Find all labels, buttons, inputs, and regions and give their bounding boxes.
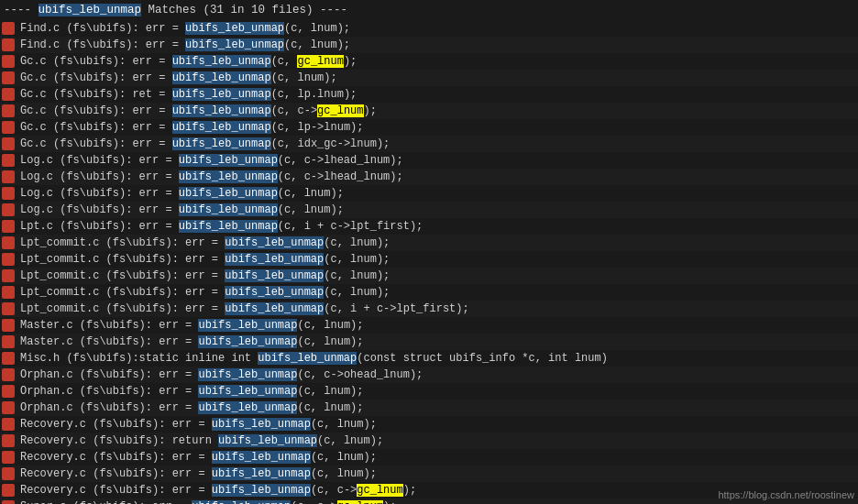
error-icon: [2, 104, 15, 117]
error-icon: [2, 500, 15, 504]
error-icon: [2, 269, 15, 282]
table-row: Gc.c (fs\ubifs): err = ubifs_leb_unmap(c…: [0, 136, 858, 152]
gutter-cell: [0, 400, 16, 416]
error-icon: [2, 170, 15, 183]
search-match: ubifs_leb_unmap: [258, 352, 357, 365]
gutter-cell: [0, 284, 16, 301]
gutter-cell: [0, 235, 16, 251]
search-match: ubifs_leb_unmap: [198, 385, 297, 398]
gutter-cell: [0, 136, 16, 152]
error-icon: [2, 352, 15, 365]
error-icon: [2, 203, 15, 216]
line-text: Orphan.c (fs\ubifs): err = ubifs_leb_unm…: [16, 367, 423, 383]
gutter-cell: [0, 334, 16, 350]
error-icon: [2, 88, 15, 101]
search-match: ubifs_leb_unmap: [198, 319, 297, 332]
error-icon: [2, 302, 15, 315]
gutter-cell: [0, 350, 16, 367]
error-icon: [2, 220, 15, 233]
line-text: Find.c (fs\ubifs): err = ubifs_leb_unmap…: [16, 20, 350, 37]
code-container: ---- ubifs_leb_unmap Matches (31 in 10 f…: [0, 0, 858, 504]
error-icon: [2, 434, 15, 447]
table-row: Misc.h (fs\ubifs):static inline int ubif…: [0, 350, 858, 367]
line-text: Misc.h (fs\ubifs):static inline int ubif…: [16, 350, 608, 367]
error-icon: [2, 154, 15, 167]
search-match: ubifs_leb_unmap: [225, 236, 324, 249]
line-text: Gc.c (fs\ubifs): err = ubifs_leb_unmap(c…: [16, 136, 390, 152]
line-text: Recovery.c (fs\ubifs): return ubifs_leb_…: [16, 433, 383, 449]
line-text: Recovery.c (fs\ubifs): err = ubifs_leb_u…: [16, 482, 416, 499]
gutter-cell: [0, 86, 16, 103]
line-text: Lpt.c (fs\ubifs): err = ubifs_leb_unmap(…: [16, 218, 423, 235]
gutter-cell: [0, 268, 16, 284]
gutter-cell: [0, 103, 16, 119]
gutter-cell: [0, 185, 16, 202]
table-row: Gc.c (fs\ubifs): err = ubifs_leb_unmap(c…: [0, 70, 858, 86]
gutter-cell: [0, 301, 16, 317]
search-match: ubifs_leb_unmap: [172, 88, 271, 101]
error-icon: [2, 418, 15, 431]
gc-lnum-highlight: gc_lnum: [337, 500, 383, 504]
line-text: Gc.c (fs\ubifs): err = ubifs_leb_unmap(c…: [16, 70, 337, 86]
line-text: Gc.c (fs\ubifs): err = ubifs_leb_unmap(c…: [16, 53, 357, 70]
search-match: ubifs_leb_unmap: [172, 55, 271, 68]
search-match: ubifs_leb_unmap: [172, 121, 271, 134]
table-row: Orphan.c (fs\ubifs): err = ubifs_leb_unm…: [0, 383, 858, 400]
search-match: ubifs_leb_unmap: [179, 154, 278, 167]
gutter-cell: [0, 251, 16, 268]
search-match: ubifs_leb_unmap: [172, 137, 271, 150]
gc-lnum-highlight: gc_lnum: [317, 104, 363, 117]
search-match: ubifs_leb_unmap: [172, 104, 271, 117]
error-icon: [2, 71, 15, 84]
table-row: Log.c (fs\ubifs): err = ubifs_leb_unmap(…: [0, 152, 858, 169]
table-row: Gc.c (fs\ubifs): ret = ubifs_leb_unmap(c…: [0, 86, 858, 103]
search-match: ubifs_leb_unmap: [185, 38, 284, 51]
line-text: Super.c (fs\ubifs): err = ubifs_leb_unma…: [16, 499, 397, 504]
line-text: Lpt_commit.c (fs\ubifs): err = ubifs_leb…: [16, 251, 390, 268]
gutter-cell: [0, 70, 16, 86]
gutter-cell: [0, 202, 16, 218]
error-icon: [2, 451, 15, 464]
table-row: Master.c (fs\ubifs): err = ubifs_leb_unm…: [0, 317, 858, 334]
table-row: Gc.c (fs\ubifs): err = ubifs_leb_unmap(c…: [0, 103, 858, 119]
gutter-cell: [0, 433, 16, 449]
table-row: Log.c (fs\ubifs): err = ubifs_leb_unmap(…: [0, 202, 858, 218]
gc-lnum-highlight: gc_lnum: [297, 55, 343, 68]
line-text: Lpt_commit.c (fs\ubifs): err = ubifs_leb…: [16, 284, 390, 301]
line-text: Gc.c (fs\ubifs): err = ubifs_leb_unmap(c…: [16, 103, 377, 119]
search-match: ubifs_leb_unmap: [172, 71, 271, 84]
search-match: ubifs_leb_unmap: [212, 451, 311, 464]
error-icon: [2, 55, 15, 68]
table-row: Recovery.c (fs\ubifs): return ubifs_leb_…: [0, 433, 858, 449]
line-text: Log.c (fs\ubifs): err = ubifs_leb_unmap(…: [16, 152, 403, 169]
search-match: ubifs_leb_unmap: [225, 253, 324, 266]
gutter-cell: [0, 482, 16, 499]
search-match: ubifs_leb_unmap: [212, 467, 311, 480]
table-row: Lpt_commit.c (fs\ubifs): err = ubifs_leb…: [0, 235, 858, 251]
line-text: Master.c (fs\ubifs): err = ubifs_leb_unm…: [16, 334, 363, 350]
gutter-cell: [0, 53, 16, 70]
error-icon: [2, 236, 15, 249]
line-text: Orphan.c (fs\ubifs): err = ubifs_leb_unm…: [16, 383, 363, 400]
table-row: Recovery.c (fs\ubifs): err = ubifs_leb_u…: [0, 416, 858, 433]
line-text: Log.c (fs\ubifs): err = ubifs_leb_unmap(…: [16, 169, 403, 185]
gutter-cell: [0, 416, 16, 433]
lines-container: Find.c (fs\ubifs): err = ubifs_leb_unmap…: [0, 20, 858, 504]
search-match: ubifs_leb_unmap: [198, 368, 297, 381]
line-text: Recovery.c (fs\ubifs): err = ubifs_leb_u…: [16, 466, 377, 482]
table-row: Master.c (fs\ubifs): err = ubifs_leb_unm…: [0, 334, 858, 350]
table-row: Log.c (fs\ubifs): err = ubifs_leb_unmap(…: [0, 185, 858, 202]
gutter-cell: [0, 317, 16, 334]
error-icon: [2, 467, 15, 480]
line-text: Orphan.c (fs\ubifs): err = ubifs_leb_unm…: [16, 400, 363, 416]
line-text: Lpt_commit.c (fs\ubifs): err = ubifs_leb…: [16, 301, 469, 317]
table-row: Find.c (fs\ubifs): err = ubifs_leb_unmap…: [0, 20, 858, 37]
table-row: Lpt_commit.c (fs\ubifs): err = ubifs_leb…: [0, 301, 858, 317]
search-match: ubifs_leb_unmap: [218, 434, 317, 447]
error-icon: [2, 286, 15, 299]
search-match: ubifs_leb_unmap: [185, 22, 284, 35]
table-row: Orphan.c (fs\ubifs): err = ubifs_leb_unm…: [0, 367, 858, 383]
line-text: Recovery.c (fs\ubifs): err = ubifs_leb_u…: [16, 449, 377, 466]
gutter-cell: [0, 152, 16, 169]
error-icon: [2, 253, 15, 266]
